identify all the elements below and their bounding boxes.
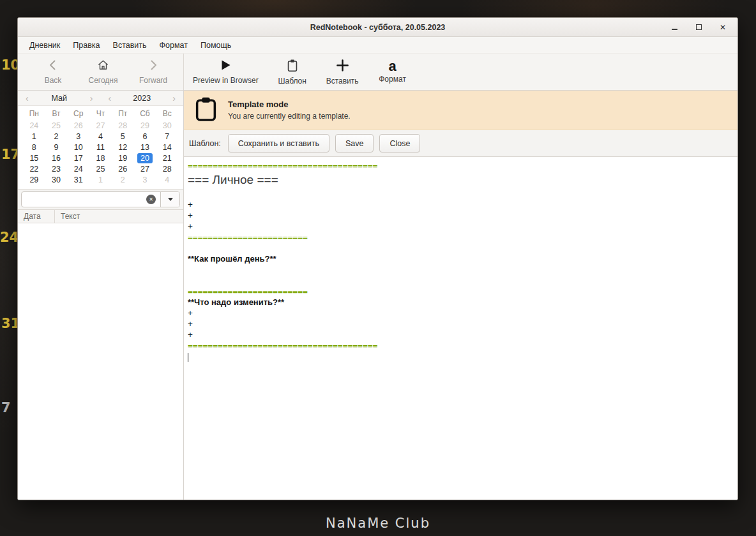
calendar-day[interactable]: 10	[71, 142, 86, 153]
calendar-day[interactable]: 24	[71, 164, 86, 174]
calendar-day[interactable]: 16	[49, 153, 64, 163]
today-button[interactable]: Сегодня	[87, 59, 119, 85]
format-a-icon: a	[388, 60, 396, 73]
next-month-icon[interactable]: ›	[89, 94, 94, 103]
weekday-label: Пт	[112, 109, 134, 118]
prev-month-icon[interactable]: ‹	[24, 94, 30, 103]
calendar-day[interactable]: 18	[93, 153, 108, 163]
forward-button[interactable]: Forward	[137, 59, 169, 85]
calendar-day[interactable]: 1	[26, 131, 42, 142]
calendar-day[interactable]: 26	[71, 121, 86, 131]
chevron-down-icon	[168, 198, 173, 201]
menu-insert[interactable]: Вставить	[107, 38, 153, 52]
format-button[interactable]: a Формат	[377, 60, 409, 84]
menu-edit[interactable]: Правка	[66, 38, 106, 52]
desktop-edge-numbers: 101724317	[0, 0, 19, 536]
calendar-day[interactable]: 19	[115, 153, 130, 163]
calendar-day[interactable]: 21	[160, 153, 175, 163]
insert-button[interactable]: Вставить	[326, 59, 359, 86]
calendar-day[interactable]: 3	[71, 131, 86, 142]
calendar-grid: 2425262728293012345678910111213141516171…	[18, 119, 183, 189]
search-dropdown-button[interactable]	[160, 192, 179, 207]
calendar-day[interactable]: 17	[71, 153, 86, 163]
results-list-empty	[18, 223, 183, 500]
calendar-day[interactable]: 27	[137, 164, 153, 174]
prev-year-icon[interactable]: ‹	[107, 94, 113, 103]
toolbar-actions: Preview in Browser Шаблон Вставить a	[184, 54, 737, 90]
calendar-day[interactable]: 29	[26, 175, 42, 185]
column-header-date[interactable]: Дата	[18, 210, 55, 223]
calendar-day[interactable]: 25	[93, 164, 108, 174]
weekday-label: Пн	[23, 109, 45, 118]
next-year-icon[interactable]: ›	[171, 94, 177, 103]
search-input[interactable]	[22, 195, 146, 204]
window-controls: ✕	[670, 23, 737, 32]
calendar-day[interactable]: 23	[49, 164, 64, 174]
save-and-insert-button[interactable]: Сохранить и вставить	[228, 134, 329, 153]
search-row: ✕	[18, 189, 183, 209]
calendar-day[interactable]: 11	[93, 142, 108, 153]
sidebar: ‹ Май › ‹ 2023 › ПнВтСрЧтПтСбВс 24252627…	[18, 91, 184, 500]
calendar-day[interactable]: 31	[71, 175, 86, 185]
chevron-right-icon	[147, 59, 160, 74]
template-button[interactable]: Шаблон	[276, 59, 308, 86]
calendar-day[interactable]: 6	[137, 131, 153, 142]
menu-help[interactable]: Помощь	[194, 38, 238, 52]
editor-line-plus: +	[188, 308, 734, 318]
calendar-day[interactable]: 4	[93, 131, 108, 142]
calendar-day[interactable]: 24	[26, 121, 42, 131]
close-button[interactable]: ✕	[718, 23, 727, 32]
column-header-text[interactable]: Текст	[55, 212, 80, 221]
calendar-day[interactable]: 9	[49, 142, 64, 153]
calendar-day[interactable]: 4	[160, 175, 175, 185]
calendar-day[interactable]: 13	[137, 142, 153, 153]
close-template-button[interactable]: Close	[379, 134, 420, 153]
calendar-day[interactable]: 26	[115, 164, 130, 174]
desktop-background: 101724317 NaNaMe Club RedNotebook - субб…	[0, 0, 756, 536]
month-label: Май	[52, 94, 68, 103]
weekday-label: Вс	[156, 109, 178, 118]
calendar-day[interactable]: 30	[160, 121, 175, 131]
menu-journal[interactable]: Дневник	[23, 38, 66, 52]
calendar-day[interactable]: 2	[115, 175, 130, 185]
calendar-day-selected[interactable]: 20	[137, 153, 153, 163]
calendar-day[interactable]: 3	[137, 175, 153, 185]
back-button[interactable]: Back	[37, 59, 69, 85]
clear-search-icon[interactable]: ✕	[146, 195, 156, 204]
play-icon	[219, 59, 232, 74]
calendar-day[interactable]: 30	[49, 175, 64, 185]
editor-content[interactable]: ========================================…	[184, 157, 737, 500]
minimize-button[interactable]	[670, 23, 679, 32]
calendar-day[interactable]: 29	[137, 121, 153, 131]
calendar-day[interactable]: 2	[49, 131, 64, 142]
calendar-day[interactable]: 15	[26, 153, 42, 163]
menu-format[interactable]: Формат	[153, 38, 194, 52]
results-list-header: Дата Текст	[18, 209, 183, 223]
calendar-day[interactable]: 1	[93, 175, 108, 185]
calendar-day[interactable]: 8	[26, 142, 42, 153]
calendar-day[interactable]: 22	[26, 164, 42, 174]
toolbar: Back Сегодня Forward	[18, 54, 737, 91]
calendar-weekdays: ПнВтСрЧтПтСбВс	[18, 106, 183, 119]
minimize-icon	[672, 29, 677, 30]
calendar-day[interactable]: 28	[115, 121, 130, 131]
main-pane: Template mode You are currently editing …	[184, 91, 737, 500]
banner-title: Template mode	[228, 100, 351, 109]
editor-line-plus: +	[188, 210, 734, 221]
calendar-day[interactable]: 14	[160, 142, 175, 153]
calendar-day[interactable]: 12	[115, 142, 130, 153]
rednotebook-window: RedNotebook - суббота, 20.05.2023 ✕ Днев…	[17, 17, 738, 500]
weekday-label: Ср	[67, 109, 89, 118]
editor-line-plus: +	[188, 221, 734, 232]
calendar-day[interactable]: 28	[160, 164, 175, 174]
save-button[interactable]: Save	[335, 134, 374, 153]
template-bar-label: Шаблон:	[189, 139, 221, 148]
preview-in-browser-button[interactable]: Preview in Browser	[193, 59, 259, 85]
calendar-day[interactable]: 5	[115, 131, 130, 142]
maximize-button[interactable]	[694, 23, 703, 32]
window-title: RedNotebook - суббота, 20.05.2023	[18, 23, 737, 32]
calendar-day[interactable]: 27	[93, 121, 108, 131]
calendar-day[interactable]: 25	[49, 121, 64, 131]
titlebar[interactable]: RedNotebook - суббота, 20.05.2023 ✕	[18, 18, 737, 37]
calendar-day[interactable]: 7	[160, 131, 175, 142]
